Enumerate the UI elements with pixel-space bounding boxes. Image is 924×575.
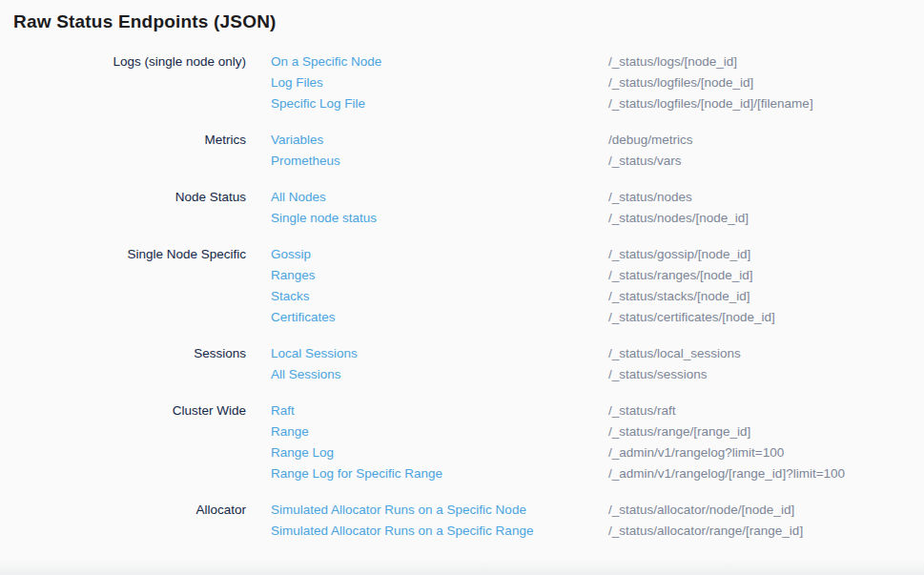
section-category: Single Node Specific [13,244,246,328]
link-range[interactable]: Range [271,421,608,442]
link-simulated-allocator-runs-range[interactable]: Simulated Allocator Runs on a Specific R… [271,521,608,542]
link-variables[interactable]: Variables [271,130,608,151]
section-links: On a Specific Node Log Files Specific Lo… [246,51,608,114]
section-paths: /_status/gossip/[node_id] /_status/range… [608,244,911,328]
link-range-log[interactable]: Range Log [271,442,608,463]
section-category: Sessions [13,343,246,385]
link-specific-log-file[interactable]: Specific Log File [271,93,608,114]
section-paths: /_status/local_sessions /_status/session… [608,343,911,385]
endpoint-path: /_admin/v1/rangelog?limit=100 [608,442,911,463]
section-paths: /_status/allocator/node/[node_id] /_stat… [608,500,911,542]
section-category: Node Status [13,187,246,229]
section-category: Allocator [13,500,246,542]
endpoint-path: /_status/nodes/[node_id] [608,208,911,229]
endpoint-path: /_status/local_sessions [608,343,911,364]
endpoint-path: /_status/certificates/[node_id] [608,307,911,328]
endpoint-path: /_status/vars [608,151,911,172]
section-sessions: Sessions Local Sessions All Sessions /_s… [13,343,911,385]
section-paths: /debug/metrics /_status/vars [608,130,911,172]
section-paths: /_status/logs/[node_id] /_status/logfile… [608,51,911,114]
section-category: Metrics [13,130,246,172]
section-logs: Logs (single node only) On a Specific No… [13,51,911,114]
section-metrics: Metrics Variables Prometheus /debug/metr… [13,130,911,172]
link-range-log-for-specific-range[interactable]: Range Log for Specific Range [271,463,608,484]
endpoint-path: /_status/logfiles/[node_id] [608,72,911,93]
link-local-sessions[interactable]: Local Sessions [271,343,608,364]
section-category: Logs (single node only) [13,51,246,114]
link-on-a-specific-node[interactable]: On a Specific Node [271,51,608,72]
section-category: Cluster Wide [13,400,246,484]
section-paths: /_status/raft /_status/range/[range_id] … [608,400,911,484]
endpoint-path: /_status/allocator/range/[range_id] [608,521,911,542]
section-allocator: Allocator Simulated Allocator Runs on a … [13,500,911,542]
section-single-node-specific: Single Node Specific Gossip Ranges Stack… [13,244,911,328]
endpoint-path: /debug/metrics [608,130,911,151]
link-stacks[interactable]: Stacks [271,286,608,307]
endpoint-path: /_status/gossip/[node_id] [608,244,911,265]
link-raft[interactable]: Raft [271,400,608,421]
section-cluster-wide: Cluster Wide Raft Range Range Log Range … [13,400,911,484]
endpoint-path: /_status/logs/[node_id] [608,51,911,72]
endpoint-path: /_status/sessions [608,364,911,385]
page-bottom-fade [0,560,924,575]
link-certificates[interactable]: Certificates [271,307,608,328]
link-prometheus[interactable]: Prometheus [271,151,608,172]
link-single-node-status[interactable]: Single node status [271,208,608,229]
endpoint-path: /_status/nodes [608,187,911,208]
section-links: Raft Range Range Log Range Log for Speci… [246,400,608,484]
endpoint-path: /_admin/v1/rangelog/[range_id]?limit=100 [608,463,911,484]
link-all-nodes[interactable]: All Nodes [271,187,608,208]
link-all-sessions[interactable]: All Sessions [271,364,608,385]
link-simulated-allocator-runs-node[interactable]: Simulated Allocator Runs on a Specific N… [271,500,608,521]
endpoint-path: /_status/stacks/[node_id] [608,286,911,307]
link-ranges[interactable]: Ranges [271,265,608,286]
endpoint-path: /_status/ranges/[node_id] [608,265,911,286]
section-links: Simulated Allocator Runs on a Specific N… [246,500,608,542]
section-node-status: Node Status All Nodes Single node status… [13,187,911,229]
section-links: All Nodes Single node status [246,187,608,229]
section-paths: /_status/nodes /_status/nodes/[node_id] [608,187,911,229]
endpoint-path: /_status/allocator/node/[node_id] [608,500,911,521]
endpoint-path: /_status/logfiles/[node_id]/[filename] [608,93,911,114]
endpoint-path: /_status/raft [608,400,911,421]
page-title: Raw Status Endpoints (JSON) [13,11,911,32]
link-gossip[interactable]: Gossip [271,244,608,265]
link-log-files[interactable]: Log Files [271,72,608,93]
section-links: Local Sessions All Sessions [246,343,608,385]
debug-endpoints-page: Raw Status Endpoints (JSON) Logs (single… [0,0,924,542]
endpoint-sections: Logs (single node only) On a Specific No… [13,51,911,542]
section-links: Gossip Ranges Stacks Certificates [246,244,608,328]
section-links: Variables Prometheus [246,130,608,172]
endpoint-path: /_status/range/[range_id] [608,421,911,442]
